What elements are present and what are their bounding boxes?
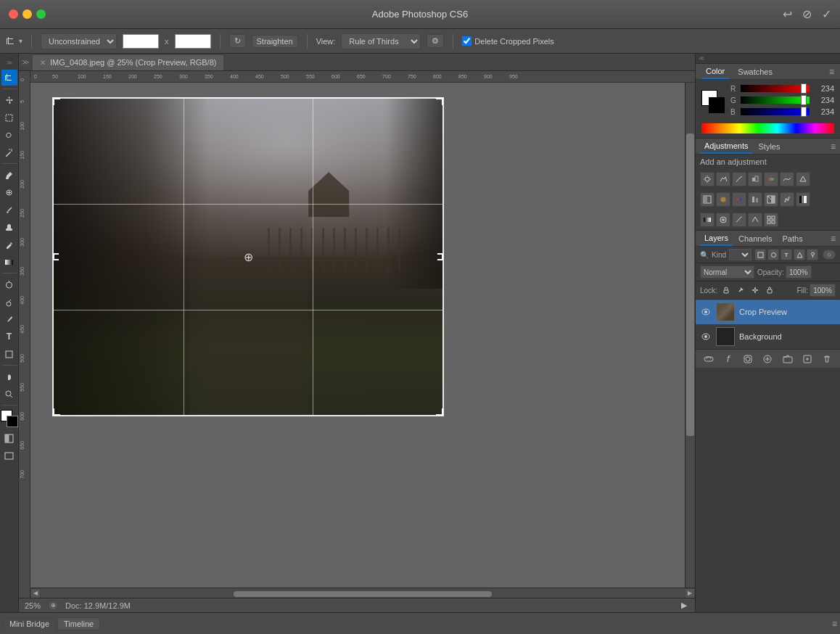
lock-transparent-icon[interactable]: [720, 284, 732, 296]
vertical-scrollbar[interactable]: [685, 83, 695, 588]
r-slider-track[interactable]: [741, 85, 810, 92]
link-layers-button[interactable]: [701, 353, 717, 366]
adj-gradient-map[interactable]: [700, 213, 715, 227]
blend-mode-select[interactable]: Normal: [700, 265, 754, 279]
channels-tab[interactable]: Channels: [734, 231, 776, 246]
adj-levels[interactable]: [716, 172, 730, 186]
tool-magic-wand[interactable]: [1, 144, 17, 160]
color-spectrum[interactable]: [701, 123, 834, 133]
tool-marquee[interactable]: [1, 110, 17, 125]
tool-eraser[interactable]: [1, 236, 17, 252]
g-slider-track[interactable]: [741, 96, 810, 104]
background-color[interactable]: [7, 416, 18, 427]
crop-handle-tl[interactable]: [53, 98, 60, 105]
adj-channel-mixer[interactable]: [732, 192, 746, 207]
minimize-button[interactable]: [22, 9, 32, 19]
tool-spot-heal[interactable]: [1, 184, 17, 200]
layers-kind-select[interactable]: [729, 249, 752, 260]
tool-eyedropper[interactable]: [1, 167, 17, 183]
undo-icon[interactable]: ↩: [783, 7, 792, 21]
lock-position-icon[interactable]: [749, 284, 761, 296]
filter-type-icon[interactable]: T: [781, 249, 792, 260]
opacity-input[interactable]: 100%: [786, 265, 812, 279]
lock-pixels-icon[interactable]: [735, 284, 746, 296]
mini-bridge-tab[interactable]: Mini Bridge: [3, 617, 56, 630]
adj-selective-color[interactable]: [716, 213, 730, 227]
adj-grid[interactable]: [764, 213, 778, 227]
window-controls[interactable]: [9, 9, 46, 19]
maximize-button[interactable]: [36, 9, 46, 19]
new-layer-button[interactable]: [799, 353, 815, 366]
rotate-button[interactable]: ↻: [229, 34, 246, 48]
tool-screen-mode[interactable]: [1, 448, 17, 464]
crop-tool-dropdown-arrow[interactable]: ▾: [19, 37, 22, 45]
tool-blur[interactable]: [1, 276, 17, 292]
layer-item-background[interactable]: Background: [696, 324, 840, 349]
background-swatch[interactable]: [709, 97, 725, 113]
tool-hand[interactable]: [1, 369, 17, 384]
delete-cropped-checkbox[interactable]: [462, 36, 472, 46]
tool-shape[interactable]: [1, 346, 17, 362]
delete-cropped-checkbox-label[interactable]: Delete Cropped Pixels: [462, 36, 553, 46]
adj-invert[interactable]: [764, 192, 778, 207]
crop-handle-mr[interactable]: [437, 253, 443, 260]
timeline-tab[interactable]: Timeline: [57, 617, 100, 630]
aspect-ratio-select[interactable]: Unconstrained: [41, 33, 117, 49]
adj-hsl[interactable]: [780, 172, 794, 186]
crop-handle-tr[interactable]: [436, 98, 443, 105]
adj-vibrance[interactable]: [764, 172, 778, 186]
tool-pen[interactable]: [1, 311, 17, 327]
scroll-right-button[interactable]: ▶: [685, 588, 695, 598]
layers-tab[interactable]: Layers: [700, 231, 733, 246]
swatches-tab[interactable]: Swatches: [733, 64, 777, 79]
height-input[interactable]: [175, 34, 211, 49]
tool-stamp[interactable]: [1, 219, 17, 235]
r-slider-thumb[interactable]: [801, 83, 807, 94]
tool-type[interactable]: T: [1, 329, 17, 345]
h-scrollbar-thumb[interactable]: [234, 591, 491, 597]
tool-gradient[interactable]: [1, 254, 17, 270]
confirm-icon[interactable]: ✓: [822, 7, 831, 21]
filter-adjust-icon[interactable]: [767, 249, 779, 260]
new-fill-adj-button[interactable]: [759, 353, 775, 366]
layer-visibility-crop[interactable]: [700, 306, 712, 318]
adj-posterize[interactable]: [780, 192, 794, 207]
adj-panel-menu[interactable]: ≡: [831, 141, 836, 152]
color-tab[interactable]: Color: [701, 64, 729, 79]
tool-quick-mask[interactable]: [1, 430, 17, 446]
fx-button[interactable]: f: [720, 353, 736, 366]
styles-tab[interactable]: Styles: [754, 139, 785, 154]
crop-handle-bl[interactable]: [53, 408, 60, 416]
color-panel-menu[interactable]: ≡: [829, 67, 834, 77]
tool-brush[interactable]: [1, 202, 17, 218]
tool-dodge[interactable]: [1, 294, 17, 310]
tool-move[interactable]: [1, 92, 17, 108]
paths-tab[interactable]: Paths: [778, 231, 807, 246]
layers-panel-menu[interactable]: ≡: [831, 234, 836, 244]
adj-brightness[interactable]: [700, 172, 715, 186]
filter-pixel-icon[interactable]: [754, 249, 766, 260]
document-tab[interactable]: ✕ IMG_0408.jpeg @ 25% (Crop Preview, RGB…: [32, 54, 224, 70]
canvas-viewport[interactable]: ⊕: [30, 83, 695, 588]
adj-curve2[interactable]: [732, 213, 746, 227]
fill-input[interactable]: 100%: [810, 284, 836, 297]
cancel-icon[interactable]: ⊘: [802, 7, 812, 21]
adj-color-balance[interactable]: [796, 172, 810, 186]
filter-smart-icon[interactable]: [807, 249, 818, 260]
add-mask-button[interactable]: [740, 353, 756, 366]
adj-color-lookup[interactable]: [748, 192, 762, 207]
adj-photo-filter[interactable]: [716, 192, 730, 207]
crop-handle-ml[interactable]: [53, 253, 59, 260]
crop-handle-br[interactable]: [436, 408, 443, 416]
tab-close-icon[interactable]: ✕: [40, 59, 46, 67]
tools-collapse[interactable]: ≫: [7, 57, 12, 68]
crop-tool-icon[interactable]: ▾: [6, 36, 22, 46]
adj-bw[interactable]: [700, 192, 715, 207]
b-slider-track[interactable]: [741, 108, 810, 115]
bottom-panel-menu[interactable]: ≡: [832, 619, 837, 629]
tabs-expand-icon[interactable]: ≫: [22, 58, 29, 66]
adj-curves[interactable]: [732, 172, 746, 186]
scroll-right-small[interactable]: ▶: [679, 601, 689, 611]
new-group-button[interactable]: [780, 353, 796, 366]
close-button[interactable]: [9, 9, 18, 19]
